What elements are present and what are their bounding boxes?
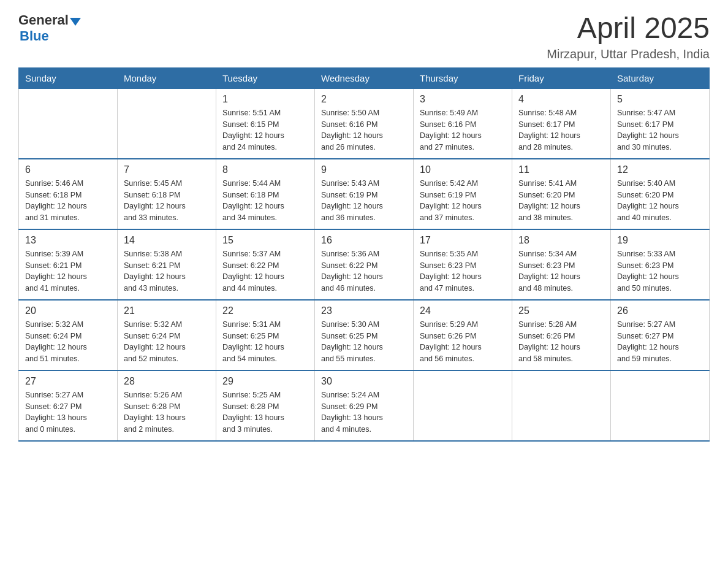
day-number: 29 <box>222 376 308 387</box>
calendar-cell: 23Sunrise: 5:30 AMSunset: 6:25 PMDayligh… <box>315 300 414 370</box>
calendar-cell: 1Sunrise: 5:51 AMSunset: 6:15 PMDaylight… <box>216 88 315 159</box>
logo-general-text: General <box>18 12 69 28</box>
header-day-wednesday: Wednesday <box>315 67 414 88</box>
calendar-cell: 6Sunrise: 5:46 AMSunset: 6:18 PMDaylight… <box>19 159 118 229</box>
day-number: 13 <box>25 235 111 246</box>
day-number: 1 <box>222 94 308 105</box>
calendar-cell: 15Sunrise: 5:37 AMSunset: 6:22 PMDayligh… <box>216 229 315 300</box>
calendar-table: SundayMondayTuesdayWednesdayThursdayFrid… <box>18 67 710 442</box>
day-info: Sunrise: 5:25 AMSunset: 6:28 PMDaylight:… <box>222 389 308 435</box>
calendar-cell: 21Sunrise: 5:32 AMSunset: 6:24 PMDayligh… <box>118 300 216 370</box>
main-title: April 2025 <box>547 12 710 45</box>
day-number: 25 <box>518 305 604 316</box>
day-info: Sunrise: 5:46 AMSunset: 6:18 PMDaylight:… <box>25 178 111 224</box>
day-number: 23 <box>321 305 407 316</box>
calendar-cell: 7Sunrise: 5:45 AMSunset: 6:18 PMDaylight… <box>118 159 216 229</box>
day-number: 6 <box>25 164 111 175</box>
calendar-cell: 26Sunrise: 5:27 AMSunset: 6:27 PMDayligh… <box>611 300 710 370</box>
calendar-cell: 19Sunrise: 5:33 AMSunset: 6:23 PMDayligh… <box>611 229 710 300</box>
week-row-3: 13Sunrise: 5:39 AMSunset: 6:21 PMDayligh… <box>19 229 710 300</box>
day-number: 2 <box>321 94 407 105</box>
title-section: April 2025 Mirzapur, Uttar Pradesh, Indi… <box>547 12 710 61</box>
calendar-cell: 11Sunrise: 5:41 AMSunset: 6:20 PMDayligh… <box>512 159 611 229</box>
day-info: Sunrise: 5:24 AMSunset: 6:29 PMDaylight:… <box>321 389 407 435</box>
calendar-cell: 24Sunrise: 5:29 AMSunset: 6:26 PMDayligh… <box>414 300 512 370</box>
header-day-tuesday: Tuesday <box>216 67 315 88</box>
day-info: Sunrise: 5:27 AMSunset: 6:27 PMDaylight:… <box>617 319 703 365</box>
header-day-thursday: Thursday <box>414 67 512 88</box>
day-number: 8 <box>222 164 308 175</box>
day-number: 26 <box>617 305 703 316</box>
calendar-cell: 22Sunrise: 5:31 AMSunset: 6:25 PMDayligh… <box>216 300 315 370</box>
day-info: Sunrise: 5:26 AMSunset: 6:28 PMDaylight:… <box>124 389 210 435</box>
day-info: Sunrise: 5:40 AMSunset: 6:20 PMDaylight:… <box>617 178 703 224</box>
header-day-saturday: Saturday <box>611 67 710 88</box>
calendar-cell: 17Sunrise: 5:35 AMSunset: 6:23 PMDayligh… <box>414 229 512 300</box>
calendar-cell: 2Sunrise: 5:50 AMSunset: 6:16 PMDaylight… <box>315 88 414 159</box>
day-info: Sunrise: 5:35 AMSunset: 6:23 PMDaylight:… <box>420 248 506 294</box>
calendar-cell: 20Sunrise: 5:32 AMSunset: 6:24 PMDayligh… <box>19 300 118 370</box>
calendar-cell: 10Sunrise: 5:42 AMSunset: 6:19 PMDayligh… <box>414 159 512 229</box>
calendar-cell: 4Sunrise: 5:48 AMSunset: 6:17 PMDaylight… <box>512 88 611 159</box>
day-number: 15 <box>222 235 308 246</box>
day-number: 17 <box>420 235 506 246</box>
logo-blue-text: Blue <box>20 28 49 44</box>
day-number: 14 <box>124 235 210 246</box>
calendar-cell: 8Sunrise: 5:44 AMSunset: 6:18 PMDaylight… <box>216 159 315 229</box>
day-info: Sunrise: 5:49 AMSunset: 6:16 PMDaylight:… <box>420 107 506 153</box>
week-row-4: 20Sunrise: 5:32 AMSunset: 6:24 PMDayligh… <box>19 300 710 370</box>
day-number: 18 <box>518 235 604 246</box>
day-info: Sunrise: 5:48 AMSunset: 6:17 PMDaylight:… <box>518 107 604 153</box>
day-info: Sunrise: 5:31 AMSunset: 6:25 PMDaylight:… <box>222 319 308 365</box>
header-row: SundayMondayTuesdayWednesdayThursdayFrid… <box>19 67 710 88</box>
day-number: 16 <box>321 235 407 246</box>
calendar-cell <box>414 370 512 441</box>
day-number: 9 <box>321 164 407 175</box>
day-info: Sunrise: 5:41 AMSunset: 6:20 PMDaylight:… <box>518 178 604 224</box>
day-number: 27 <box>25 376 111 387</box>
logo: General Blue <box>18 12 81 44</box>
day-number: 19 <box>617 235 703 246</box>
calendar-cell <box>512 370 611 441</box>
day-info: Sunrise: 5:47 AMSunset: 6:17 PMDaylight:… <box>617 107 703 153</box>
day-info: Sunrise: 5:38 AMSunset: 6:21 PMDaylight:… <box>124 248 210 294</box>
header-day-monday: Monday <box>118 67 216 88</box>
calendar-cell: 18Sunrise: 5:34 AMSunset: 6:23 PMDayligh… <box>512 229 611 300</box>
day-number: 12 <box>617 164 703 175</box>
day-info: Sunrise: 5:43 AMSunset: 6:19 PMDaylight:… <box>321 178 407 224</box>
calendar-cell: 16Sunrise: 5:36 AMSunset: 6:22 PMDayligh… <box>315 229 414 300</box>
day-number: 5 <box>617 94 703 105</box>
page-header: General Blue April 2025 Mirzapur, Uttar … <box>18 12 710 61</box>
subtitle: Mirzapur, Uttar Pradesh, India <box>547 47 710 61</box>
calendar-body: 1Sunrise: 5:51 AMSunset: 6:15 PMDaylight… <box>19 88 710 441</box>
header-day-friday: Friday <box>512 67 611 88</box>
calendar-header: SundayMondayTuesdayWednesdayThursdayFrid… <box>19 67 710 88</box>
day-number: 24 <box>420 305 506 316</box>
day-info: Sunrise: 5:27 AMSunset: 6:27 PMDaylight:… <box>25 389 111 435</box>
week-row-5: 27Sunrise: 5:27 AMSunset: 6:27 PMDayligh… <box>19 370 710 441</box>
day-info: Sunrise: 5:42 AMSunset: 6:19 PMDaylight:… <box>420 178 506 224</box>
calendar-cell <box>611 370 710 441</box>
logo-triangle <box>70 18 81 26</box>
header-day-sunday: Sunday <box>19 67 118 88</box>
calendar-cell: 5Sunrise: 5:47 AMSunset: 6:17 PMDaylight… <box>611 88 710 159</box>
day-number: 11 <box>518 164 604 175</box>
day-info: Sunrise: 5:28 AMSunset: 6:26 PMDaylight:… <box>518 319 604 365</box>
day-number: 7 <box>124 164 210 175</box>
calendar-cell: 29Sunrise: 5:25 AMSunset: 6:28 PMDayligh… <box>216 370 315 441</box>
day-number: 4 <box>518 94 604 105</box>
day-number: 21 <box>124 305 210 316</box>
day-info: Sunrise: 5:37 AMSunset: 6:22 PMDaylight:… <box>222 248 308 294</box>
day-number: 30 <box>321 376 407 387</box>
day-info: Sunrise: 5:44 AMSunset: 6:18 PMDaylight:… <box>222 178 308 224</box>
day-info: Sunrise: 5:34 AMSunset: 6:23 PMDaylight:… <box>518 248 604 294</box>
day-info: Sunrise: 5:33 AMSunset: 6:23 PMDaylight:… <box>617 248 703 294</box>
week-row-2: 6Sunrise: 5:46 AMSunset: 6:18 PMDaylight… <box>19 159 710 229</box>
day-info: Sunrise: 5:30 AMSunset: 6:25 PMDaylight:… <box>321 319 407 365</box>
day-info: Sunrise: 5:36 AMSunset: 6:22 PMDaylight:… <box>321 248 407 294</box>
day-number: 20 <box>25 305 111 316</box>
day-info: Sunrise: 5:45 AMSunset: 6:18 PMDaylight:… <box>124 178 210 224</box>
calendar-cell <box>118 88 216 159</box>
calendar-cell: 27Sunrise: 5:27 AMSunset: 6:27 PMDayligh… <box>19 370 118 441</box>
day-number: 3 <box>420 94 506 105</box>
